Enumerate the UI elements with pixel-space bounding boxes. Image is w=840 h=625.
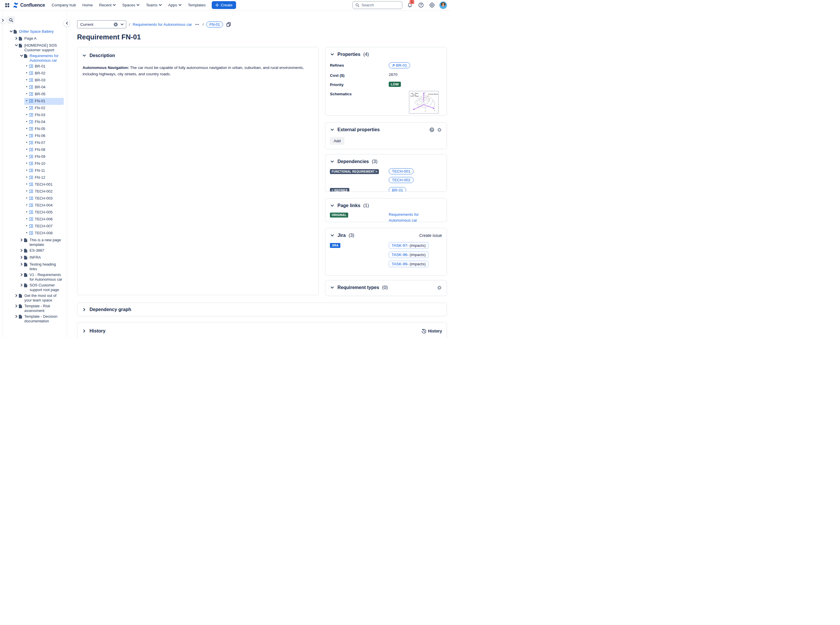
user-avatar[interactable] (439, 2, 447, 9)
tree-item-tech-001[interactable]: •TECH-001 (24, 181, 64, 188)
chevron-down-icon[interactable] (19, 53, 24, 58)
tree-item-tech-003[interactable]: •TECH-003 (24, 195, 64, 202)
dependency-pill-tech-002[interactable]: TECH-002 (389, 177, 414, 183)
tree-item-tech-004[interactable]: •TECH-004 (24, 202, 64, 209)
chevron-down-icon[interactable] (82, 54, 87, 58)
breadcrumb-parent-link[interactable]: Requirements for Autonomous car (133, 22, 192, 26)
confluence-logo[interactable]: Confluence (13, 2, 45, 8)
chevron-down-icon[interactable] (330, 286, 334, 289)
chevron-right-icon[interactable] (19, 262, 24, 266)
schematics-image[interactable]: LeftRear FrontRight Cylinder Block xyz (409, 91, 439, 113)
tree-item-fn-01[interactable]: •FN-01 (24, 98, 64, 105)
tree-item-requirements-for-autonomous-car[interactable]: Requirements for Autonomous car (19, 53, 64, 63)
chevron-right-icon[interactable] (14, 314, 19, 318)
settings-button[interactable] (428, 2, 436, 9)
chevron-down-icon[interactable] (330, 234, 334, 237)
tree-item-template-decision-documentation[interactable]: Template - Decision documentation (14, 313, 64, 324)
notifications-button[interactable]: 1 (406, 2, 413, 9)
collapse-sidebar-button[interactable] (64, 20, 70, 26)
tree-item-sos-customer-support-root-page[interactable]: SOS Customer support root page (19, 282, 64, 292)
chevron-down-icon[interactable] (330, 204, 334, 207)
add-external-property-button[interactable]: Add (330, 137, 344, 145)
tree-item-v1-requirements-for-autonomous-car[interactable]: V1 - Requirements for Autonomous car (19, 272, 64, 282)
gear-icon[interactable] (437, 127, 442, 132)
tree-item-fn-08[interactable]: •FN-08 (24, 146, 64, 154)
tree-item-fn-03[interactable]: •FN-03 (24, 112, 64, 119)
tree-item-tech-002[interactable]: •TECH-002 (24, 188, 64, 195)
chevron-right-icon[interactable] (19, 283, 24, 287)
tree-item-page-a[interactable]: Page A (14, 35, 64, 42)
tree-item-fn-10[interactable]: •FN-10 (24, 160, 64, 167)
nav-item-company-hub[interactable]: Company hub (49, 1, 78, 9)
help-button[interactable]: ? (417, 2, 424, 9)
search-input[interactable]: Search (353, 1, 402, 9)
tree-item-fn-06[interactable]: •FN-06 (24, 133, 64, 140)
create-issue-button[interactable]: Create issue (419, 233, 442, 238)
dependency-pill-tech-001[interactable]: TECH-001 (389, 168, 414, 174)
tree-item-tech-007[interactable]: •TECH-007 (24, 223, 64, 230)
copy-link-icon[interactable] (226, 22, 231, 27)
sidebar-search-button[interactable] (7, 16, 15, 24)
original-chip: ORIGINAL (330, 213, 348, 218)
tree-item-fn-05[interactable]: •FN-05 (24, 126, 64, 133)
tree-item-fn-11[interactable]: •FN-11 (24, 167, 64, 174)
tree-item-fn-02[interactable]: •FN-02 (24, 105, 64, 112)
page-link[interactable]: Requirements for Autonomous car (389, 212, 441, 222)
tree-item-this-is-a-new-page-template[interactable]: This is a new page template (19, 237, 64, 247)
chevron-right-icon[interactable] (82, 308, 87, 311)
jira-issue-task-97[interactable]: TASK-97 - (impacts) (389, 242, 429, 249)
tree-item-infra[interactable]: INFRA (19, 254, 64, 261)
chevron-right-icon[interactable] (82, 329, 87, 333)
tree-item-tech-006[interactable]: •TECH-006 (24, 216, 64, 223)
chevron-right-icon[interactable] (14, 293, 19, 297)
chevron-down-icon[interactable] (14, 43, 19, 47)
tree-item-br-03[interactable]: •BR-03 (24, 77, 64, 84)
tree-item-template-risk-assessment[interactable]: Template - Risk assessment (14, 303, 64, 313)
tree-item-get-the-most-out-of-your-team-space[interactable]: Get the most out of your team space (14, 292, 64, 303)
history-button[interactable]: History (422, 329, 442, 334)
tree-item-testing-heading-links[interactable]: Testing heading links (19, 261, 64, 272)
tree-item-br-02[interactable]: •BR-02 (24, 70, 64, 77)
bullet: • (24, 112, 29, 117)
tree-item-fn-04[interactable]: •FN-04 (24, 119, 64, 126)
tree-item-es-3867[interactable]: ES-3867 (19, 247, 64, 254)
chevron-right-icon[interactable] (19, 248, 24, 252)
breadcrumb-current[interactable]: FN-01 (206, 22, 223, 28)
tree-item-tech-008[interactable]: •TECH-008 (24, 230, 64, 237)
chevron-down-icon[interactable] (330, 128, 334, 132)
tree-item-fn-07[interactable]: •FN-07 (24, 140, 64, 146)
chevron-down-icon[interactable] (330, 53, 334, 56)
tree-item-br-04[interactable]: •BR-04 (24, 84, 64, 91)
chevron-right-icon[interactable] (19, 272, 24, 276)
tree-item-homepage-sos-customer-support[interactable]: [HOMEPAGE] SOS Customer support (14, 42, 64, 53)
tree-item-driller-space-battery[interactable]: Driller Space Battery (9, 28, 64, 35)
chevron-down-icon[interactable] (9, 29, 13, 33)
help-icon[interactable]: ? (429, 127, 434, 132)
gear-icon[interactable] (437, 285, 442, 290)
chevron-right-icon[interactable] (14, 303, 19, 308)
jira-issue-task-99[interactable]: TASK-99 - (impacts) (389, 261, 429, 267)
breadcrumb-more-button[interactable]: ••• (194, 23, 200, 26)
nav-item-home[interactable]: Home (80, 1, 95, 9)
version-select[interactable]: Current (77, 20, 126, 28)
create-button[interactable]: Create (212, 1, 236, 9)
tree-item-fn-12[interactable]: •FN-12 (24, 174, 64, 181)
dependency-pill-br-01[interactable]: BR-01 (389, 187, 406, 192)
nav-item-templates[interactable]: Templates (185, 1, 208, 9)
app-switcher-icon[interactable] (3, 2, 11, 9)
nav-item-recent[interactable]: Recent (96, 1, 118, 9)
chevron-right-icon[interactable] (19, 238, 24, 241)
nav-item-teams[interactable]: Teams (143, 1, 165, 9)
nav-item-spaces[interactable]: Spaces (120, 1, 142, 9)
tree-item-br-01[interactable]: •BR-01 (24, 63, 64, 70)
chevron-right-icon[interactable] (14, 36, 19, 40)
tree-item-tech-005[interactable]: •TECH-005 (24, 209, 64, 216)
clear-icon[interactable] (114, 22, 118, 26)
tree-item-br-05[interactable]: •BR-05 (24, 91, 64, 98)
nav-item-apps[interactable]: Apps (166, 1, 184, 9)
jira-issue-task-96[interactable]: TASK-96 - (impacts) (389, 251, 429, 258)
chevron-down-icon[interactable] (330, 160, 334, 163)
chevron-right-icon[interactable] (19, 255, 24, 259)
tree-item-fn-09[interactable]: •FN-09 (24, 154, 64, 160)
refines-pill[interactable]: BR-01 (389, 62, 410, 68)
